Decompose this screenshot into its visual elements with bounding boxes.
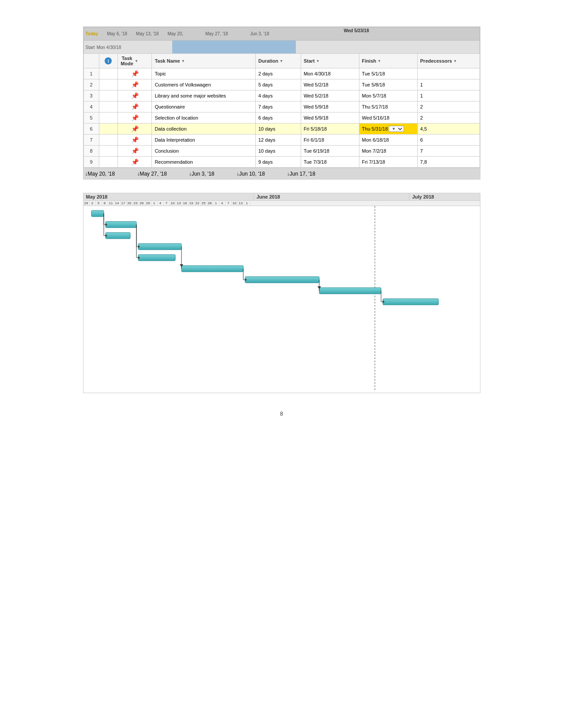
cell-duration: 5 days xyxy=(256,79,301,90)
cell-start: Wed 5/2/18 xyxy=(301,79,359,90)
col-duration[interactable]: Duration ▼ xyxy=(256,54,301,68)
month-july: July 2018 xyxy=(409,193,480,200)
gantt-day-label: 29 xyxy=(145,201,151,206)
cell-start: Fri 6/1/18 xyxy=(301,135,359,146)
info-icon: i xyxy=(105,57,112,64)
col-task-name-label: Task Name xyxy=(155,58,180,64)
gantt-day-label: 25 xyxy=(201,201,207,206)
table-row: 7📌Data Interpretation12 daysFri 6/1/18Mo… xyxy=(83,135,480,146)
bar-6 xyxy=(181,266,243,272)
cell-duration: 12 days xyxy=(256,135,301,146)
gantt-day-label: 14 xyxy=(114,201,121,206)
cell-info xyxy=(99,68,118,79)
gantt-day-label: 13 xyxy=(176,201,182,206)
cell-task-name: Data collection xyxy=(152,124,256,135)
cell-duration: 10 days xyxy=(256,146,301,157)
gantt-day-label: 11 xyxy=(108,201,114,206)
gantt-day-label: 4 xyxy=(219,201,226,206)
table-header-row: i TaskMode ▼ Task Name ▼ xyxy=(83,54,480,68)
gantt-chart-section: May 2018 June 2018 July 2018 29258111417… xyxy=(83,193,480,393)
bottom-date-5: ↓Jun 17, '18 xyxy=(287,171,315,177)
cell-row-num: 1 xyxy=(83,68,99,79)
cell-task-mode: 📌 xyxy=(118,135,152,146)
cell-info xyxy=(99,101,118,113)
cell-duration: 10 days xyxy=(256,124,301,135)
cell-finish: Fri 7/13/18 xyxy=(359,157,417,168)
start-date: Mon 4/30/18 xyxy=(97,45,121,50)
cell-start: Tue 6/19/18 xyxy=(301,146,359,157)
cell-predecessors: 2 xyxy=(417,101,480,113)
cell-task-mode: 📌 xyxy=(118,157,152,168)
date2: May 13, '18 xyxy=(136,31,159,36)
cell-task-name: Data Interpretation xyxy=(152,135,256,146)
cell-task-mode: 📌 xyxy=(118,90,152,101)
cell-row-num: 5 xyxy=(83,113,99,124)
bottom-date-2: ↓May 27, '18 xyxy=(137,171,167,177)
cell-start: Wed 5/2/18 xyxy=(301,90,359,101)
wed-marker: Wed 5/23/18 xyxy=(344,28,369,33)
cell-predecessors: 7,8 xyxy=(417,157,480,168)
col-info: i xyxy=(99,54,118,68)
col-task-mode-label: TaskMode xyxy=(121,56,133,66)
cell-info xyxy=(99,90,118,101)
bar-9 xyxy=(383,299,438,305)
date5: Jun 3, '18 xyxy=(250,31,269,36)
bottom-date-1: ↓May 20, '18 xyxy=(85,171,115,177)
task-table-body: 1📌Topic2 daysMon 4/30/18Tue 5/1/182📌Cust… xyxy=(83,68,480,168)
col-finish[interactable]: Finish ▼ xyxy=(359,54,417,68)
finish-dropdown[interactable]: ▼ xyxy=(389,126,404,132)
cell-task-mode: 📌 xyxy=(118,146,152,157)
gantt-svg xyxy=(83,206,463,391)
gantt-day-label: 28 xyxy=(207,201,213,206)
predecessors-sort-arrow: ▼ xyxy=(453,59,457,63)
pin-icon: 📌 xyxy=(131,136,139,143)
bar-1 xyxy=(91,210,104,217)
gantt-day-label: 10 xyxy=(170,201,176,206)
progress-bar xyxy=(172,41,296,53)
table-row: 9📌Recommendation9 daysTue 7/3/18Fri 7/13… xyxy=(83,157,480,168)
cell-row-num: 4 xyxy=(83,101,99,113)
finish-sort-arrow: ▼ xyxy=(378,59,381,63)
cell-predecessors: 6 xyxy=(417,135,480,146)
gantt-day-label: 5 xyxy=(96,201,102,206)
cell-task-name: Library and some major websites xyxy=(152,90,256,101)
cell-start: Mon 4/30/18 xyxy=(301,68,359,79)
cell-duration: 4 days xyxy=(256,90,301,101)
cell-start: Tue 7/3/18 xyxy=(301,157,359,168)
header-timeline: Wed 5/23/18 Today May 6, '18 May 13, '18… xyxy=(83,27,480,53)
pin-icon: 📌 xyxy=(131,114,139,121)
bar-2 xyxy=(106,221,136,228)
gantt-day-label: 22 xyxy=(195,201,201,206)
bar-3 xyxy=(106,233,130,239)
cell-finish: Mon 6/18/18 xyxy=(359,135,417,146)
gantt-day-label: 23 xyxy=(133,201,139,206)
cell-start: Wed 5/9/18 xyxy=(301,113,359,124)
date3: May 20, xyxy=(167,31,183,36)
table-row: 8📌Conclusion10 daysTue 6/19/18Mon 7/2/18… xyxy=(83,146,480,157)
cell-finish: Mon 7/2/18 xyxy=(359,146,417,157)
pin-icon: 📌 xyxy=(131,92,139,99)
cell-predecessors: 1 xyxy=(417,90,480,101)
gantt-table-section: Wed 5/23/18 Today May 6, '18 May 13, '18… xyxy=(83,26,480,180)
cell-task-name: Selection of location xyxy=(152,113,256,124)
col-start-label: Start xyxy=(304,58,315,64)
pin-icon: 📌 xyxy=(131,103,139,110)
task-mode-sort-arrow: ▼ xyxy=(135,59,138,63)
table-row: 2📌Customers of Volkswagen5 daysWed 5/2/1… xyxy=(83,79,480,90)
col-predecessors[interactable]: Predecessors ▼ xyxy=(417,54,480,68)
pin-icon: 📌 xyxy=(131,81,139,88)
table-row: 4📌Questionnaire7 daysWed 5/9/18Thu 5/17/… xyxy=(83,101,480,113)
cell-row-num: 3 xyxy=(83,90,99,101)
bottom-date-3: ↓Jun 3, '18 xyxy=(189,171,215,177)
cell-finish: Tue 5/8/18 xyxy=(359,79,417,90)
col-task-mode[interactable]: TaskMode ▼ xyxy=(118,54,152,68)
cell-row-num: 7 xyxy=(83,135,99,146)
start-label: Start xyxy=(86,45,95,50)
bottom-timeline: ↓May 20, '18 ↓May 27, '18 ↓Jun 3, '18 ↓J… xyxy=(83,168,480,179)
col-start[interactable]: Start ▼ xyxy=(301,54,359,68)
cell-duration: 6 days xyxy=(256,113,301,124)
cell-task-name: Customers of Volkswagen xyxy=(152,79,256,90)
gantt-day-label: 26 xyxy=(139,201,145,206)
col-task-name[interactable]: Task Name ▼ xyxy=(152,54,256,68)
pin-icon: 📌 xyxy=(131,125,139,132)
